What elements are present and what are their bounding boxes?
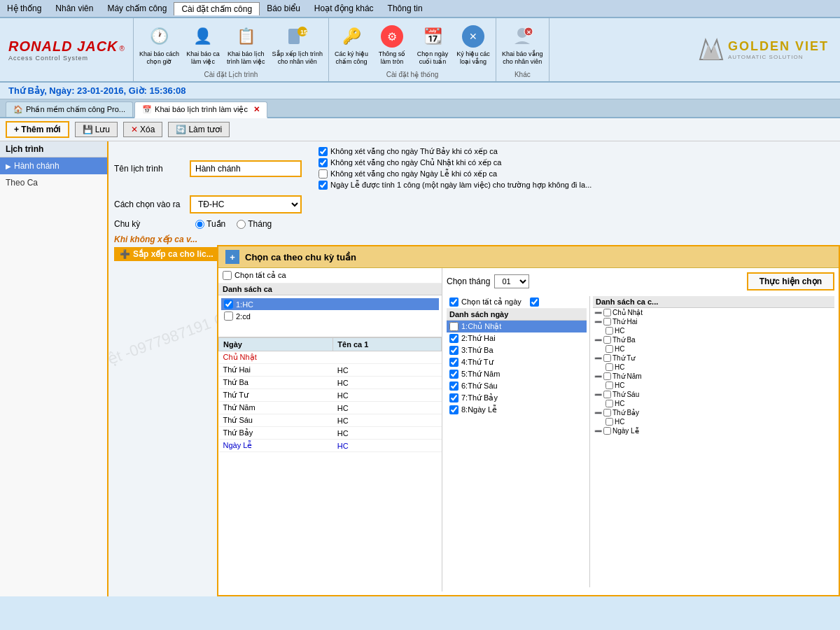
day-2-checkbox[interactable] [449, 334, 458, 343]
day-3-label: 3:Thứ Ba [461, 346, 493, 355]
chon-tat-ca-ngay-checkbox2[interactable] [530, 298, 539, 307]
chon-thang-select[interactable]: 01 [494, 274, 529, 288]
menu-item-maycham[interactable]: Máy chấm công [100, 2, 174, 15]
tree-item-thu-bay[interactable]: ➖Thứ Bảy [593, 408, 834, 417]
day-4-checkbox[interactable] [449, 358, 458, 367]
chon-tat-ca-ngay-row: Chọn tất cả ngày [447, 296, 587, 309]
tree-item-chu-nhat[interactable]: ➖Chủ Nhật [593, 308, 834, 317]
thuc-hien-button[interactable]: Thực hiện chọn [747, 272, 834, 290]
toolbar-btn-chonngay[interactable]: 📆 Chọn ngàycuối tuần [413, 21, 452, 69]
day-item-6[interactable]: 6:Thứ Sáu [447, 380, 587, 392]
tree-item-thu-tu-hc[interactable]: HC [593, 363, 834, 372]
form-row-chu-ky: Chu kỳ Tuần Tháng [114, 219, 834, 229]
tree-item-thu-nam[interactable]: ➖Thứ Năm [593, 372, 834, 381]
day-item-5[interactable]: 5:Thứ Năm [447, 368, 587, 380]
toolbar-btn-thongso[interactable]: ⚙ Thông sốlàm tròn [372, 21, 412, 69]
tree-item-thu-hai[interactable]: ➖Thứ Hai [593, 317, 834, 326]
menu-item-hoatdong[interactable]: Hoạt động khác [307, 2, 381, 15]
brand-access-text: Access Control System [8, 55, 125, 62]
row-thu-sau[interactable]: Thứ Sáu HC [219, 414, 442, 427]
menu-item-nhanvien[interactable]: Nhân viên [48, 2, 100, 15]
main-content: Lịch trình ▶ Hành chánh Theo Ca Golden V… [0, 141, 840, 596]
tree-item-thu-ba[interactable]: ➖Thứ Ba [593, 335, 834, 344]
ca-item-1[interactable]: 1:HC [221, 298, 439, 310]
day-1-checkbox[interactable] [449, 322, 458, 331]
row-thu-bay[interactable]: Thứ Bảy HC [219, 427, 442, 440]
form-name-input[interactable] [190, 160, 302, 177]
ca-thu-ba: HC [333, 377, 442, 389]
day-8-checkbox[interactable] [449, 405, 458, 414]
tree-item-ngay-le[interactable]: ➖Ngày Lễ [593, 426, 834, 435]
checkbox-row-4: Ngày Lễ được tính 1 công (một ngày làm v… [318, 181, 592, 190]
day-2-label: 2:Thứ Hai [461, 334, 496, 343]
ca-2-checkbox[interactable] [224, 312, 233, 321]
tree-item-thu-hai-hc[interactable]: HC [593, 326, 834, 335]
tree-item-thu-sau[interactable]: ➖Thứ Sáu [593, 390, 834, 399]
menu-item-hethong[interactable]: Hệ thống [0, 2, 48, 15]
row-thu-hai[interactable]: Thứ Hai HC [219, 364, 442, 377]
toolbar-btn-kyhieuloai[interactable]: ✕ Ký hiệu cácloại vắng [454, 21, 493, 69]
row-chu-nhat[interactable]: Chủ Nhật [219, 351, 442, 364]
toolbar-hethong-label: Cài đặt hệ thống [332, 69, 493, 78]
panel-body: Chọn tất cả ca Danh sách ca 1:HC 2:cd [218, 268, 839, 592]
ca-item-2[interactable]: 2:cd [221, 310, 439, 322]
left-panel-item-hanhchanh[interactable]: ▶ Hành chánh [0, 158, 107, 174]
tab-main-icon: 🏠 [13, 105, 23, 114]
tree-label-thu-nam-hc: HC [615, 382, 624, 389]
radio-thang[interactable] [237, 220, 246, 229]
tree-item-thu-ba-hc[interactable]: HC [593, 344, 834, 354]
row-thu-ba[interactable]: Thứ Ba HC [219, 377, 442, 389]
ca-1-checkbox[interactable] [224, 300, 233, 309]
radio-tuan-label[interactable]: Tuần [195, 219, 225, 229]
checkbox-row-1: Không xét vắng cho ngày Thứ Bảy khi có x… [318, 147, 592, 156]
day-5-checkbox[interactable] [449, 370, 458, 379]
form-cach-chon-select[interactable]: TĐ-HC [190, 195, 302, 214]
chon-tat-ca-checkbox[interactable] [223, 271, 232, 280]
day-item-7[interactable]: 7:Thứ Bảy [447, 392, 587, 404]
tab-main[interactable]: 🏠 Phần mềm chấm công Pro... [6, 102, 133, 117]
checkbox-thu-bay[interactable] [318, 147, 328, 156]
tab-khaibao[interactable]: 📅 Khai báo lịch trình làm việc ✕ [134, 102, 267, 118]
tab-khaibao-close[interactable]: ✕ [253, 105, 260, 114]
toolbar-btn-khaibaolich[interactable]: 📋 Khai báo lịchtrình làm việc [224, 21, 268, 69]
floating-plus-btn[interactable]: + [225, 250, 239, 264]
row-thu-nam[interactable]: Thứ Năm HC [219, 402, 442, 414]
toolbar-btn-sapxep[interactable]: 15 Sắp xếp lịch trìnhcho nhân viên [270, 21, 326, 69]
row-thu-tu[interactable]: Thứ Tư HC [219, 389, 442, 402]
checkbox-thu-bay-label: Không xét vắng cho ngày Thứ Bảy khi có x… [330, 147, 498, 156]
day-item-2[interactable]: 2:Thứ Hai [447, 332, 587, 344]
chon-tat-ca-ngay-checkbox[interactable] [449, 298, 458, 307]
tree-item-thu-tu[interactable]: ➖Thứ Tư [593, 354, 834, 363]
radio-thang-label[interactable]: Tháng [237, 219, 272, 229]
toolbar-btn-khaibaocolor[interactable]: 👤 Khai báo calàm việc [183, 21, 223, 69]
save-button[interactable]: 💾 Lưu [75, 122, 118, 137]
toolbar-btn-khaibaoavang[interactable]: ✕ Khai báo vắngcho nhân viên [499, 21, 546, 69]
day-7-checkbox[interactable] [449, 393, 458, 402]
delete-button[interactable]: ✕ Xóa [123, 122, 162, 137]
checkbox-chu-nhat[interactable] [318, 158, 328, 167]
tree-item-thu-bay-hc[interactable]: HC [593, 417, 834, 426]
ca-list: 1:HC 2:cd [218, 295, 442, 337]
day-item-4[interactable]: 4:Thứ Tư [447, 356, 587, 368]
toolbar-btn-chongio[interactable]: 🕐 Khai báo cáchchọn giờ [136, 21, 182, 69]
tree-item-thu-sau-hc[interactable]: HC [593, 399, 834, 408]
left-panel-item-theoca[interactable]: Theo Ca [0, 174, 107, 191]
day-item-1[interactable]: 1:Chủ Nhật [447, 321, 587, 332]
new-button[interactable]: + Thêm mới [6, 121, 69, 138]
checkbox-ngay-le-cong[interactable] [318, 181, 328, 190]
refresh-button[interactable]: 🔄 Làm tươi [168, 122, 230, 137]
radio-tuan[interactable] [195, 220, 204, 229]
menu-item-caidat[interactable]: Cài đặt chấm công [174, 2, 260, 15]
day-item-8[interactable]: 8:Ngày Lễ [447, 404, 587, 416]
day-item-3[interactable]: 3:Thứ Ba [447, 344, 587, 356]
row-ngay-le[interactable]: Ngày Lễ HC [219, 440, 442, 452]
checkbox-ngay-le[interactable] [318, 169, 328, 178]
menu-item-baobieu[interactable]: Báo biểu [260, 2, 307, 15]
toolbar-btn-kyhieu[interactable]: 🔑 Các ký hiệuchấm công [332, 21, 371, 69]
tree-item-thu-nam-hc[interactable]: HC [593, 381, 834, 390]
day-3-checkbox[interactable] [449, 346, 458, 355]
toolbar-khac-label: Khác [499, 69, 546, 78]
day-6-checkbox[interactable] [449, 382, 458, 391]
menu-item-thongtin[interactable]: Thông tin [381, 2, 430, 15]
col-ngay: Ngày [219, 338, 333, 351]
